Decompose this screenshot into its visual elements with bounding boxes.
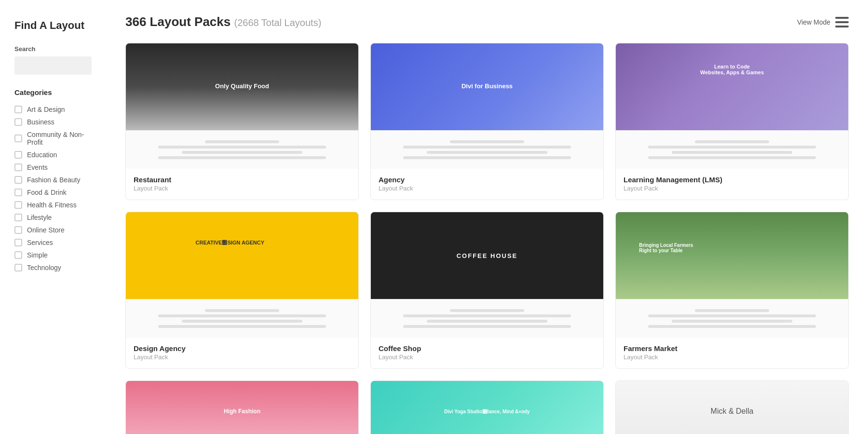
category-name-business: Business [27, 118, 54, 126]
header-packs-count: 366 Layout Packs (2668 Total Layouts) [125, 14, 321, 29]
categories-list: Art & DesignBusinessCommunity & Non-Prof… [14, 103, 92, 274]
layout-card-lms[interactable]: Learning Management (LMS)Layout Pack [615, 43, 849, 200]
card-image-farmers-market [616, 212, 848, 299]
category-name-food: Food & Drink [27, 189, 67, 196]
view-mode-label: View Mode [797, 18, 830, 26]
card-image-lms [616, 43, 848, 130]
card-subtitle-coffee-shop: Layout Pack [379, 353, 596, 361]
card-subtitle-lms: Layout Pack [624, 185, 841, 192]
layout-card-coffee-shop[interactable]: Coffee ShopLayout Pack [370, 212, 604, 369]
sidebar: Find A Layout Search Categories Art & De… [0, 0, 106, 434]
category-item-technology[interactable]: Technology [14, 261, 92, 274]
layout-card-agency[interactable]: AgencyLayout Pack [370, 43, 604, 200]
search-input[interactable] [14, 56, 92, 75]
category-item-simple[interactable]: Simple [14, 249, 92, 261]
card-image-fashion [126, 381, 358, 434]
category-name-art-design: Art & Design [27, 106, 65, 113]
card-image-restaurant [126, 43, 358, 130]
card-subtitle-restaurant: Layout Pack [134, 185, 351, 192]
category-name-simple: Simple [27, 251, 48, 259]
category-checkbox-lifestyle[interactable] [14, 214, 22, 221]
categories-label: Categories [14, 88, 92, 96]
card-title-coffee-shop: Coffee Shop [379, 344, 596, 353]
category-checkbox-business[interactable] [14, 118, 22, 126]
search-label: Search [14, 45, 92, 53]
category-checkbox-online-store[interactable] [14, 226, 22, 234]
card-info-lms: Learning Management (LMS)Layout Pack [616, 169, 848, 200]
card-preview-farmers-market [616, 299, 848, 338]
card-subtitle-agency: Layout Pack [379, 185, 596, 192]
category-checkbox-health[interactable] [14, 201, 22, 209]
category-checkbox-community[interactable] [14, 135, 22, 142]
card-preview-design-agency [126, 299, 358, 338]
layout-card-restaurant[interactable]: RestaurantLayout Pack [125, 43, 359, 200]
card-info-farmers-market: Farmers MarketLayout Pack [616, 338, 848, 368]
card-image-coffee-shop [371, 212, 603, 299]
layout-card-yoga[interactable]: Yoga StudioLayout Pack [370, 380, 604, 434]
category-name-technology: Technology [27, 264, 61, 271]
card-info-coffee-shop: Coffee ShopLayout Pack [371, 338, 603, 368]
card-title-agency: Agency [379, 176, 596, 184]
layout-card-farmers-market[interactable]: Farmers MarketLayout Pack [615, 212, 849, 369]
category-item-community[interactable]: Community & Non-Profit [14, 128, 92, 149]
view-mode-icon[interactable] [835, 17, 849, 27]
card-preview-restaurant [126, 130, 358, 169]
category-checkbox-fashion[interactable] [14, 176, 22, 184]
main-content: 366 Layout Packs (2668 Total Layouts) Vi… [106, 0, 868, 434]
category-name-online-store: Online Store [27, 226, 65, 234]
category-checkbox-technology[interactable] [14, 264, 22, 271]
category-checkbox-education[interactable] [14, 151, 22, 159]
card-image-agency [371, 43, 603, 130]
card-title-lms: Learning Management (LMS) [624, 176, 841, 184]
category-name-lifestyle: Lifestyle [27, 214, 52, 221]
category-checkbox-events[interactable] [14, 163, 22, 171]
card-title-restaurant: Restaurant [134, 176, 351, 184]
category-checkbox-services[interactable] [14, 239, 22, 246]
category-checkbox-art-design[interactable] [14, 106, 22, 113]
layout-card-fashion[interactable]: FashionLayout Pack [125, 380, 359, 434]
card-info-design-agency: Design AgencyLayout Pack [126, 338, 358, 368]
category-item-lifestyle[interactable]: Lifestyle [14, 211, 92, 224]
layout-card-mick-della[interactable]: Mick & DellaLayout Pack [615, 380, 849, 434]
category-name-events: Events [27, 163, 48, 171]
category-name-fashion: Fashion & Beauty [27, 176, 81, 184]
card-title-design-agency: Design Agency [134, 344, 351, 353]
category-checkbox-food[interactable] [14, 189, 22, 196]
category-item-online-store[interactable]: Online Store [14, 224, 92, 236]
category-item-fashion[interactable]: Fashion & Beauty [14, 174, 92, 186]
category-item-business[interactable]: Business [14, 116, 92, 128]
sidebar-title: Find A Layout [14, 19, 92, 32]
category-name-community: Community & Non-Profit [27, 131, 92, 146]
category-name-education: Education [27, 151, 57, 159]
category-name-services: Services [27, 239, 53, 246]
layout-grid: RestaurantLayout Pack AgencyLayout Pack … [125, 43, 849, 434]
category-item-services[interactable]: Services [14, 236, 92, 249]
card-subtitle-farmers-market: Layout Pack [624, 353, 841, 361]
category-name-health: Health & Fitness [27, 201, 77, 209]
category-item-art-design[interactable]: Art & Design [14, 103, 92, 116]
card-subtitle-design-agency: Layout Pack [134, 353, 351, 361]
card-image-yoga [371, 381, 603, 434]
category-checkbox-simple[interactable] [14, 251, 22, 259]
header-counts: 366 Layout Packs (2668 Total Layouts) [125, 14, 321, 29]
category-item-events[interactable]: Events [14, 161, 92, 174]
card-image-mick-della [616, 381, 848, 434]
category-item-health[interactable]: Health & Fitness [14, 199, 92, 211]
card-info-restaurant: RestaurantLayout Pack [126, 169, 358, 200]
card-image-design-agency [126, 212, 358, 299]
view-mode-section: View Mode [797, 17, 849, 27]
card-preview-lms [616, 130, 848, 169]
main-header: 366 Layout Packs (2668 Total Layouts) Vi… [125, 14, 849, 29]
category-item-education[interactable]: Education [14, 149, 92, 161]
card-preview-coffee-shop [371, 299, 603, 338]
card-info-agency: AgencyLayout Pack [371, 169, 603, 200]
category-item-food[interactable]: Food & Drink [14, 186, 92, 199]
card-title-farmers-market: Farmers Market [624, 344, 841, 353]
card-preview-agency [371, 130, 603, 169]
layout-card-design-agency[interactable]: Design AgencyLayout Pack [125, 212, 359, 369]
